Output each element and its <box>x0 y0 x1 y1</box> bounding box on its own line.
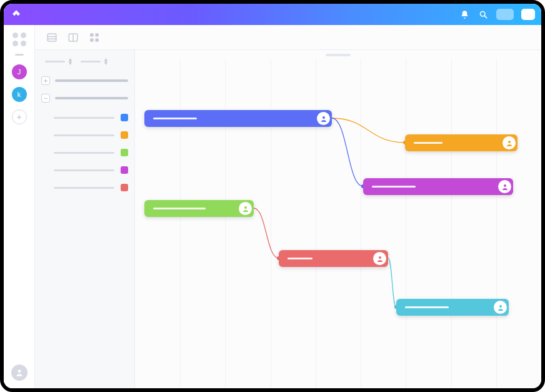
board-view-icon[interactable] <box>68 32 79 43</box>
gantt-task-t2[interactable] <box>405 134 518 151</box>
expand-icon[interactable]: + <box>41 76 50 85</box>
gantt-task-t6[interactable] <box>396 299 509 316</box>
group-header-1[interactable]: − <box>41 94 128 103</box>
workspace-avatar-0[interactable]: J <box>12 64 27 79</box>
assignee-icon[interactable] <box>317 112 330 125</box>
svg-rect-10 <box>90 38 93 41</box>
sidebar-task-0[interactable] <box>41 109 128 126</box>
svg-point-19 <box>244 206 247 209</box>
svg-point-2 <box>18 369 21 373</box>
add-workspace-button[interactable]: + <box>12 109 27 124</box>
task-label <box>153 208 206 209</box>
svg-rect-8 <box>90 33 93 36</box>
svg-point-16 <box>322 116 325 119</box>
svg-point-0 <box>480 11 485 16</box>
topbar-pill[interactable] <box>496 9 514 20</box>
color-swatch <box>121 184 128 191</box>
search-icon[interactable] <box>478 9 489 20</box>
assignee-icon[interactable] <box>373 252 386 265</box>
assignee-icon[interactable] <box>239 202 252 215</box>
color-swatch <box>121 166 128 174</box>
app-topbar <box>4 4 541 25</box>
task-label <box>414 142 442 144</box>
gantt-task-t5[interactable] <box>279 250 388 267</box>
color-swatch <box>121 131 128 139</box>
profile-icon[interactable] <box>11 364 28 381</box>
filter-1[interactable]: ▲▼ <box>45 58 73 65</box>
assignee-icon[interactable] <box>494 301 507 314</box>
task-sidebar: ▲▼ ▲▼ +− <box>35 50 135 388</box>
color-swatch <box>121 149 128 156</box>
color-swatch <box>121 114 128 121</box>
timeline-handle-icon[interactable] <box>326 54 351 56</box>
svg-point-21 <box>499 305 502 308</box>
assignee-icon[interactable] <box>502 136 516 149</box>
gantt-canvas[interactable] <box>135 50 541 388</box>
sidebar-filters: ▲▼ ▲▼ <box>41 58 128 65</box>
assignee-icon[interactable] <box>498 180 511 193</box>
grid-view-icon[interactable] <box>89 32 100 43</box>
task-label <box>405 306 449 308</box>
bell-icon[interactable] <box>459 9 470 20</box>
svg-point-18 <box>504 184 506 187</box>
svg-point-17 <box>508 141 511 143</box>
sidebar-task-1[interactable] <box>41 126 128 144</box>
collapse-icon[interactable]: − <box>41 94 50 103</box>
list-view-icon[interactable] <box>46 32 58 43</box>
filter-2[interactable]: ▲▼ <box>81 58 109 65</box>
rail-divider <box>15 54 24 56</box>
workspace-avatar-1[interactable]: k <box>12 87 27 102</box>
group-header-0[interactable]: + <box>41 76 128 85</box>
app-logo-icon <box>10 8 22 21</box>
gantt-task-t4[interactable] <box>144 200 254 217</box>
svg-rect-9 <box>96 33 99 36</box>
sidebar-task-2[interactable] <box>41 144 128 161</box>
svg-rect-3 <box>48 34 56 41</box>
svg-rect-11 <box>96 38 99 41</box>
sidebar-task-3[interactable] <box>41 161 128 179</box>
group-title <box>55 79 128 82</box>
task-label <box>372 186 416 188</box>
gantt-task-t3[interactable] <box>363 178 513 195</box>
gantt-task-t1[interactable] <box>144 110 332 127</box>
apps-grid-icon[interactable] <box>12 33 26 46</box>
topbar-pill-solid[interactable] <box>521 9 535 20</box>
workspace-rail: Jk + <box>4 25 35 388</box>
task-label <box>153 118 197 119</box>
svg-line-1 <box>484 16 487 18</box>
svg-point-20 <box>379 256 381 259</box>
view-toolbar <box>35 25 541 50</box>
gantt-grid <box>135 59 541 388</box>
sidebar-task-4[interactable] <box>41 179 128 196</box>
task-label <box>288 258 312 259</box>
group-title <box>55 97 128 99</box>
